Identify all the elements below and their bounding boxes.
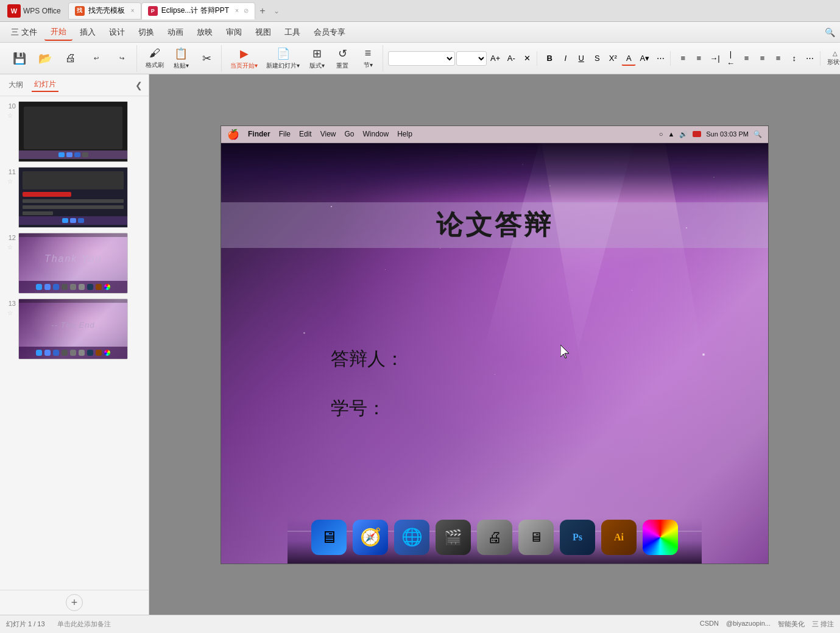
reset-label: 重置 <box>336 62 348 70</box>
paste-label: 粘贴▾ <box>174 62 189 70</box>
section-button[interactable]: ≡ 节▾ <box>356 45 380 72</box>
slide-info: 幻灯片 1 / 13 <box>6 620 45 629</box>
window-menu[interactable]: Window <box>363 130 389 138</box>
bold-button[interactable]: B <box>542 51 557 66</box>
more-para-button[interactable]: ⋯ <box>803 51 817 66</box>
superscript-button[interactable]: X² <box>605 51 620 66</box>
reset-button[interactable]: ↺ 重置 <box>330 45 355 72</box>
indent-decrease-button[interactable]: |← <box>723 51 738 66</box>
dock-photoshop-icon[interactable]: Ps <box>560 520 595 555</box>
align-center-button[interactable]: ≡ <box>755 51 770 66</box>
dock-quicktime-icon[interactable]: 🌐 <box>394 520 429 555</box>
apple-menu-icon[interactable]: 🍎 <box>227 129 239 140</box>
slide-content: 答辩人： 学号： <box>221 277 768 490</box>
format-painter-button[interactable]: 🖌 格式刷 <box>142 45 168 72</box>
tab-ppt-close[interactable]: × <box>235 7 239 14</box>
paste-button[interactable]: 📋 粘贴▾ <box>169 45 193 72</box>
dock-color-icon[interactable] <box>643 520 678 555</box>
add-slide-button[interactable]: + <box>66 594 83 611</box>
menu-view[interactable]: 视图 <box>249 24 277 40</box>
tab-template[interactable]: 找 找壳壳模板 × <box>68 2 141 19</box>
wps-icon: W <box>7 4 21 18</box>
layout-button[interactable]: ⊞ 版式▾ <box>305 45 329 72</box>
toolbar-print[interactable]: 🖨 <box>58 45 83 72</box>
strikethrough-button[interactable]: S <box>590 51 604 66</box>
notes-placeholder[interactable]: 单击此处添加备注 <box>57 620 111 629</box>
menu-transition[interactable]: 切换 <box>132 24 160 40</box>
tab-more-icon[interactable]: ⌄ <box>270 7 283 15</box>
slide-item-10[interactable]: 10 ☆ <box>2 99 146 164</box>
file-menu[interactable]: File <box>279 130 291 138</box>
cut-icon: ✂ <box>202 52 211 65</box>
search-icon[interactable]: 🔍 <box>825 27 835 37</box>
tab-template-close[interactable]: × <box>131 7 135 14</box>
font-family-select[interactable] <box>388 51 455 66</box>
dock-dvd-icon[interactable]: 🎬 <box>436 520 471 555</box>
edit-menu[interactable]: Edit <box>299 130 312 138</box>
view-menu[interactable]: View <box>320 130 336 138</box>
menu-insert[interactable]: 插入 <box>74 24 102 40</box>
tab-template-icon: 找 <box>75 6 85 16</box>
bullet-list-button[interactable]: ≡ <box>676 51 690 66</box>
help-menu[interactable]: Help <box>397 130 412 138</box>
dock-safari-icon[interactable]: 🧭 <box>353 520 388 555</box>
menu-tools[interactable]: 工具 <box>278 24 306 40</box>
clock-label: Sun 03:03 PM <box>706 130 749 138</box>
panel-collapse-button[interactable]: ❮ <box>135 80 143 90</box>
line-spacing-button[interactable]: ↕ <box>787 51 802 66</box>
slide-item-13[interactable]: 13 ☆ -- The End <box>2 296 146 362</box>
new-slide-button[interactable]: 📄 新建幻灯片▾ <box>263 45 303 72</box>
status-bar: 幻灯片 1 / 13 单击此处添加备注 CSDN @biyazuopin... … <box>0 615 840 633</box>
more-format-button[interactable]: ⋯ <box>653 51 668 66</box>
font-color-button[interactable]: A <box>621 51 636 66</box>
tab-slides[interactable]: 幻灯片 <box>32 78 58 92</box>
ai-tools-label[interactable]: 智能美化 <box>778 620 805 629</box>
indent-increase-button[interactable]: →| <box>707 51 722 66</box>
font-grow-button[interactable]: A+ <box>488 51 503 66</box>
tab-outline[interactable]: 大纲 <box>6 79 26 91</box>
font-controls: A+ A- ✕ <box>386 51 537 66</box>
shape-button[interactable]: △ 形状▾ <box>823 45 840 72</box>
toolbar-save[interactable]: 💾 <box>7 45 32 72</box>
arrange-label[interactable]: 三 排注 <box>812 620 834 629</box>
dock-illustrator-icon[interactable]: Ai <box>601 520 637 555</box>
font-size-select[interactable] <box>456 51 487 66</box>
play-current-button[interactable]: ▶ 当页开始▾ <box>227 45 261 72</box>
wifi-icon: ○ <box>659 130 663 138</box>
menu-file[interactable]: 三 文件 <box>5 24 43 40</box>
layout-icon: ⊞ <box>312 47 322 60</box>
clear-format-button[interactable]: ✕ <box>520 51 534 66</box>
underline-button[interactable]: U <box>574 51 588 66</box>
highlight-button[interactable]: A▾ <box>637 51 652 66</box>
go-menu[interactable]: Go <box>345 130 355 138</box>
search-mac-icon[interactable]: 🔍 <box>754 130 762 138</box>
slide-item-11[interactable]: 11 ☆ <box>2 164 146 230</box>
menu-vip[interactable]: 会员专享 <box>308 24 351 40</box>
dock-printer-icon[interactable]: 🖨 <box>477 520 512 555</box>
menu-animation[interactable]: 动画 <box>161 24 189 40</box>
toolbar-undo[interactable]: ↩ <box>84 45 108 72</box>
align-left-button[interactable]: ≡ <box>739 51 754 66</box>
format-painter-icon: 🖌 <box>149 47 160 60</box>
toolbar-redo[interactable]: ↪ <box>110 45 134 72</box>
toolbar-open[interactable]: 📂 <box>33 45 57 72</box>
slide-number-12: 12 <box>4 234 16 241</box>
menu-design[interactable]: 设计 <box>103 24 131 40</box>
font-shrink-button[interactable]: A- <box>504 51 518 66</box>
menu-review[interactable]: 审阅 <box>220 24 248 40</box>
add-tab-button[interactable]: + <box>255 4 270 18</box>
layout-label: 版式▾ <box>309 62 325 70</box>
menu-slideshow[interactable]: 放映 <box>191 24 219 40</box>
dock-remote-icon[interactable]: 🖥 <box>518 520 554 555</box>
cut-button[interactable]: ✂ <box>194 45 219 72</box>
text-format-controls: B I U S X² A A▾ ⋯ <box>540 51 671 66</box>
play-icon: ▶ <box>240 47 249 60</box>
align-right-button[interactable]: ≡ <box>771 51 786 66</box>
tab-ppt-icon: P <box>148 6 158 16</box>
dock-finder-icon[interactable]: 🖥 <box>311 520 347 555</box>
numbered-list-button[interactable]: ≡ <box>691 51 706 66</box>
tab-ppt[interactable]: P Eclipse...计 答辩PPT × ⊘ <box>141 2 255 19</box>
menu-home[interactable]: 开始 <box>44 24 72 41</box>
slide-item-12[interactable]: 12 ☆ Thank You <box>2 230 146 296</box>
italic-button[interactable]: I <box>558 51 573 66</box>
